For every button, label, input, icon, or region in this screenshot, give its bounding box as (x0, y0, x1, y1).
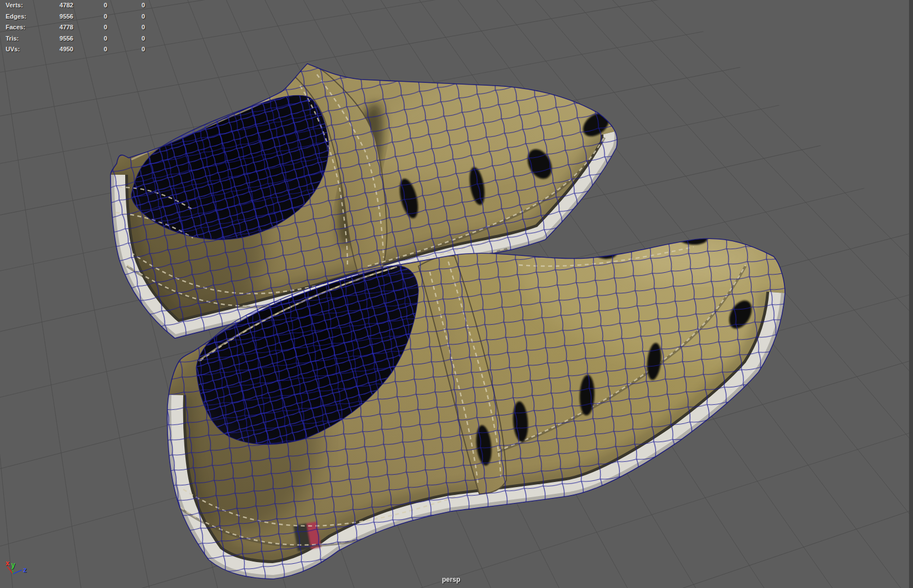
viewport-right-edge (909, 0, 913, 588)
poly-count-hud: Verts: 4782 0 0 Edges: 9556 0 0 Faces: 4… (0, 0, 158, 55)
z-axis-line (13, 570, 22, 574)
hud-label: Faces: (6, 22, 25, 33)
scene-canvas (0, 0, 913, 588)
hud-value: 0 (79, 0, 107, 11)
camera-name-label: persp (417, 576, 485, 583)
hud-value: 0 (79, 44, 107, 55)
hud-value: 0 (79, 33, 107, 45)
z-axis-label: z (23, 566, 27, 574)
hud-label: UVs: (6, 44, 20, 55)
hud-value: 0 (116, 33, 145, 45)
hud-value: 0 (116, 22, 145, 33)
hud-value: 0 (116, 11, 145, 23)
hud-row: Verts: 4782 0 0 (0, 0, 158, 11)
hud-row: Tris: 9556 0 0 (0, 33, 158, 45)
axis-gizmo: x y z (0, 555, 39, 588)
hud-label: Edges: (6, 11, 27, 23)
y-axis-label: y (11, 561, 15, 569)
hud-value: 0 (116, 44, 145, 55)
hud-row: Faces: 4778 0 0 (0, 22, 158, 33)
hud-label: Verts: (6, 0, 23, 11)
hud-value: 0 (79, 22, 107, 33)
hud-value: 9556 (34, 33, 73, 45)
x-axis-label: x (6, 559, 10, 567)
hud-value: 0 (79, 11, 107, 23)
hud-value: 4782 (34, 0, 73, 11)
3d-viewport[interactable]: Verts: 4782 0 0 Edges: 9556 0 0 Faces: 4… (0, 0, 913, 588)
hud-value: 0 (116, 0, 145, 11)
hud-value: 4950 (34, 44, 73, 55)
hud-value: 4778 (34, 22, 73, 33)
hud-row: Edges: 9556 0 0 (0, 11, 158, 23)
hud-label: Tris: (6, 33, 19, 45)
hud-value: 9556 (34, 11, 73, 23)
hud-row: UVs: 4950 0 0 (0, 44, 158, 55)
